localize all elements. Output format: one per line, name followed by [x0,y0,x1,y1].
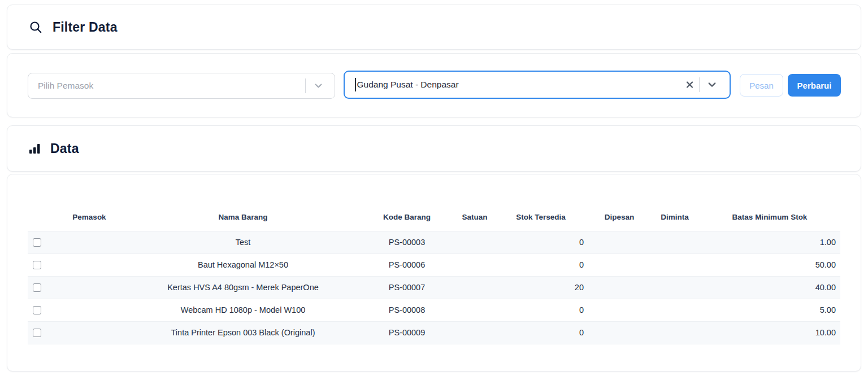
supplier-select-placeholder: Pilih Pemasok [38,81,93,91]
cell-satuan [456,321,493,344]
filter-section-header: Filter Data [7,5,861,50]
table-row: Webcam HD 1080p - Model W100 PS-00008 0 … [28,299,840,321]
filter-controls-card: Pilih Pemasok Gudang Pusat - Denpasar Pe… [7,53,861,117]
cell-pemasok [50,321,128,344]
search-icon [29,20,43,34]
cell-diminta [650,276,699,299]
column-header-pemasok: Pemasok [50,204,128,231]
cell-dipesan [588,231,650,253]
row-checkbox[interactable] [33,329,41,337]
cell-dipesan [588,276,650,299]
cell-batas-minimum-stok: 40.00 [699,276,840,299]
cell-batas-minimum-stok: 10.00 [699,321,840,344]
cell-nama-barang: Test [128,231,358,253]
cell-kode-barang: PS-00008 [358,299,456,321]
cell-stok-tersedia: 0 [493,231,588,253]
cell-batas-minimum-stok: 1.00 [699,231,840,253]
data-section-header: Data [7,125,861,172]
column-header-nama-barang: Nama Barang [128,204,358,231]
cell-satuan [456,231,493,253]
cell-dipesan [588,253,650,276]
cell-stok-tersedia: 20 [493,276,588,299]
clear-selection-icon[interactable] [685,80,695,90]
cell-nama-barang: Baut Hexagonal M12×50 [128,253,358,276]
inventory-table: Pemasok Nama Barang Kode Barang Satuan S… [28,204,840,344]
cell-batas-minimum-stok: 50.00 [699,253,840,276]
cell-kode-barang: PS-00009 [358,321,456,344]
supplier-select[interactable]: Pilih Pemasok [28,73,335,99]
perbarui-button[interactable]: Perbarui [788,74,841,97]
cell-nama-barang: Kertas HVS A4 80gsm - Merek PaperOne [128,276,358,299]
column-header-dipesan: Dipesan [588,204,650,231]
row-checkbox[interactable] [33,283,41,292]
table-row: Tinta Printer Epson 003 Black (Original)… [28,321,840,344]
warehouse-select[interactable]: Gudang Pusat - Denpasar [344,71,731,99]
cell-nama-barang: Webcam HD 1080p - Model W100 [128,299,358,321]
cell-kode-barang: PS-00006 [358,253,456,276]
column-header-batas-minimum-stok: Batas Minimum Stok [699,204,840,231]
cell-dipesan [588,299,650,321]
bar-chart-icon [29,143,41,155]
cell-pemasok [50,253,128,276]
cell-kode-barang: PS-00007 [358,276,456,299]
warehouse-select-value: Gudang Pusat - Denpasar [357,80,459,90]
select-divider [699,77,700,92]
cell-pemasok [50,299,128,321]
cell-satuan [456,276,493,299]
cell-diminta [650,299,699,321]
row-checkbox[interactable] [33,306,41,314]
row-checkbox[interactable] [33,261,41,269]
cell-pemasok [50,276,128,299]
column-header-kode-barang: Kode Barang [358,204,456,231]
row-checkbox[interactable] [33,238,41,247]
cell-batas-minimum-stok: 5.00 [699,299,840,321]
cell-stok-tersedia: 0 [493,299,588,321]
column-header-stok-tersedia: Stok Tersedia [493,204,588,231]
cell-kode-barang: PS-00003 [358,231,456,253]
cell-satuan [456,253,493,276]
cell-stok-tersedia: 0 [493,321,588,344]
filter-section-title: Filter Data [53,20,118,35]
table-row: Baut Hexagonal M12×50 PS-00006 0 50.00 [28,253,840,276]
chevron-down-icon[interactable] [314,81,323,91]
chevron-down-icon[interactable] [707,80,717,90]
column-header-diminta: Diminta [650,204,699,231]
cell-nama-barang: Tinta Printer Epson 003 Black (Original) [128,321,358,344]
table-row: Kertas HVS A4 80gsm - Merek PaperOne PS-… [28,276,840,299]
data-section-title: Data [50,141,79,156]
table-row: Test PS-00003 0 1.00 [28,231,840,253]
cell-pemasok [50,231,128,253]
select-divider [305,78,306,93]
inventory-table-card: Pemasok Nama Barang Kode Barang Satuan S… [7,174,861,371]
pesan-button[interactable]: Pesan [740,74,783,97]
column-header-checkbox [28,204,50,231]
cell-diminta [650,231,699,253]
cell-diminta [650,321,699,344]
cell-dipesan [588,321,650,344]
text-cursor [355,78,356,91]
table-header-row: Pemasok Nama Barang Kode Barang Satuan S… [28,204,840,231]
column-header-satuan: Satuan [456,204,493,231]
cell-diminta [650,253,699,276]
cell-stok-tersedia: 0 [493,253,588,276]
cell-satuan [456,299,493,321]
